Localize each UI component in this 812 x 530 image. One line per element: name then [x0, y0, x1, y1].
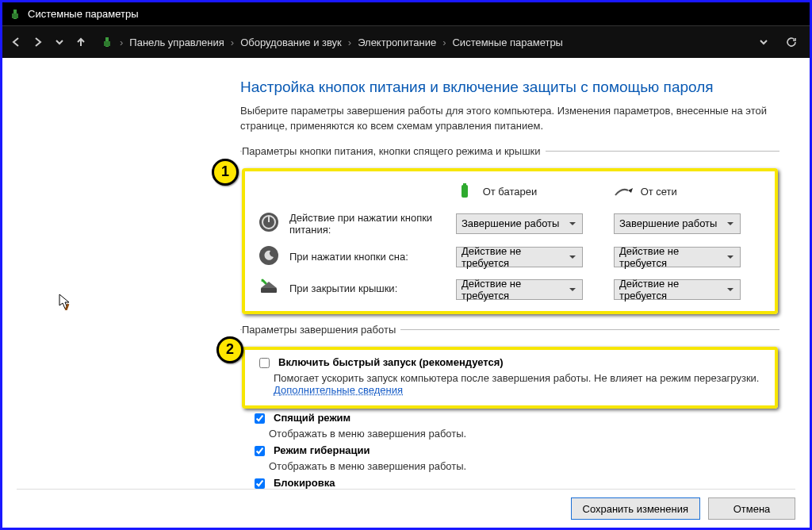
app-icon [9, 8, 21, 21]
select-power-ac[interactable]: Завершение работы [614, 213, 741, 234]
select-power-battery[interactable]: Завершение работы [456, 213, 583, 234]
highlight-box-1: 1 От батареи [242, 168, 778, 314]
checkbox-lock[interactable] [255, 478, 265, 489]
checkbox-sleep[interactable] [255, 413, 265, 424]
row-power-label: Действие при нажатии кнопки питания: [285, 207, 451, 240]
column-header-ac: От сети [641, 186, 677, 198]
checkbox-fast-startup[interactable] [259, 358, 270, 368]
lock-option-label: Блокировка [274, 477, 335, 489]
window-title: Системные параметры [28, 8, 138, 20]
breadcrumb-l2[interactable]: Оборудование и звук [240, 36, 342, 48]
sleep-button-icon [259, 256, 279, 268]
nav-up-icon[interactable] [75, 36, 86, 48]
fast-startup-label: Включить быстрый запуск (рекомендуется) [278, 356, 504, 368]
hibernate-option-label: Режим гибернации [274, 444, 370, 456]
svg-rect-5 [463, 183, 466, 186]
svg-rect-4 [462, 185, 468, 198]
select-lid-battery[interactable]: Действие не требуется [456, 279, 583, 300]
callout-badge-1: 1 [212, 159, 239, 186]
refresh-icon[interactable] [786, 36, 797, 48]
row-sleep-label: При нажатии кнопки сна: [285, 240, 451, 273]
power-button-icon [259, 223, 279, 235]
save-button[interactable]: Сохранить изменения [571, 497, 701, 520]
sleep-option-label: Спящий режим [274, 412, 350, 424]
fast-startup-desc: Помогает ускорить запуск компьютера посл… [274, 372, 768, 396]
hibernate-option-desc: Отображать в меню завершения работы. [269, 460, 778, 472]
chevron-down-icon[interactable] [55, 37, 64, 47]
ac-plug-icon [614, 184, 638, 201]
section-power-legend: Параметры кнопки питания, кнопки спящего… [242, 145, 546, 157]
select-sleep-ac[interactable]: Действие не требуется [614, 247, 741, 267]
column-header-battery: От батареи [483, 186, 538, 198]
row-power-button: Действие при нажатии кнопки питания: Зав… [253, 207, 767, 240]
breadcrumb-l4[interactable]: Системные параметры [452, 36, 562, 48]
select-lid-ac[interactable]: Действие не требуется [614, 279, 741, 300]
battery-icon [456, 182, 480, 202]
content-area: Настройка кнопок питания и включение защ… [2, 58, 810, 528]
cursor-icon [58, 293, 74, 313]
lid-close-icon [258, 286, 280, 298]
breadcrumb-l1[interactable]: Панель управления [129, 36, 224, 48]
breadcrumb-chevron-icon[interactable] [759, 37, 768, 47]
section-shutdown-legend: Параметры завершения работы [242, 324, 400, 336]
checkbox-hibernate[interactable] [255, 446, 265, 456]
section-shutdown-settings: Параметры завершения работы 2 Включить б… [240, 324, 779, 496]
nav-forward-icon[interactable] [33, 36, 44, 48]
navbar: › Панель управления › Оборудование и зву… [2, 26, 810, 58]
page-description: Выберите параметры завершения работы для… [240, 104, 779, 134]
footer: Сохранить изменения Отмена [17, 489, 795, 520]
svg-rect-3 [104, 41, 110, 46]
svg-rect-1 [12, 13, 18, 18]
page-title: Настройка кнопок питания и включение защ… [240, 79, 779, 96]
highlight-box-2: 2 Включить быстрый запуск (рекомендуется… [242, 347, 778, 409]
section-power-buttons: Параметры кнопки питания, кнопки спящего… [240, 145, 779, 317]
cancel-button[interactable]: Отмена [708, 497, 795, 520]
breadcrumb-l3[interactable]: Электропитание [358, 36, 436, 48]
titlebar: Системные параметры [2, 2, 810, 26]
nav-back-icon[interactable] [10, 36, 21, 48]
breadcrumb-root-icon [101, 36, 113, 48]
sleep-option-desc: Отображать в меню завершения работы. [269, 428, 778, 440]
svg-rect-10 [261, 288, 277, 293]
learn-more-link[interactable]: Дополнительные сведения [274, 384, 403, 396]
select-sleep-battery[interactable]: Действие не требуется [456, 247, 583, 267]
row-lid-close: При закрытии крышки: Действие не требует… [253, 273, 767, 305]
row-sleep-button: При нажатии кнопки сна: Действие не треб… [253, 240, 767, 273]
row-lid-label: При закрытии крышки: [285, 273, 451, 305]
callout-badge-2: 2 [216, 336, 243, 363]
breadcrumb: › Панель управления › Оборудование и зву… [101, 36, 745, 48]
